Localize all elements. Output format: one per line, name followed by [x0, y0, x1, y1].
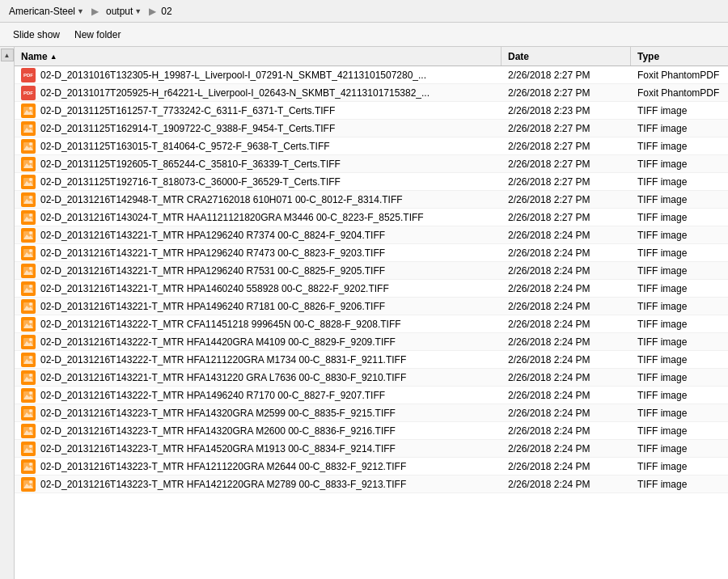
file-date-cell: 2/26/2018 2:24 PM — [502, 479, 631, 490]
file-type-cell: TIFF image — [631, 390, 728, 401]
table-row[interactable]: 02-D_20131216T143223-T_MTR HFA14320GRA M… — [15, 422, 728, 440]
tiff-icon — [21, 299, 36, 314]
titlebar: American-Steel ▼ ▶ output ▼ ▶ 02 — [0, 0, 728, 23]
file-type-cell: TIFF image — [631, 425, 728, 437]
new-folder-button[interactable]: New folder — [68, 27, 127, 42]
file-name-text: 02-D_20131216T143223-T_MTR HFA1211220GRA… — [40, 461, 406, 472]
svg-point-23 — [29, 196, 32, 199]
column-headers: Name ▲ Date Type — [15, 47, 728, 66]
output-dropdown[interactable]: output ▼ — [104, 5, 144, 18]
table-row[interactable]: PDF02-D_20131016T132305-H_19987-L_Liverp… — [15, 66, 728, 84]
svg-point-71 — [29, 409, 32, 412]
table-row[interactable]: 02-D_20131216T143221-T_MTR HPA1296240 R7… — [15, 226, 728, 244]
file-name-text: 02-D_20131216T143222-T_MTR HPA1496240 R7… — [40, 390, 385, 401]
table-row[interactable]: 02-D_20131216T143221-T_MTR HFA1431220 GR… — [15, 369, 728, 387]
file-date-cell: 2/26/2018 2:27 PM — [502, 212, 631, 223]
file-date-cell: 2/26/2018 2:24 PM — [502, 265, 631, 277]
file-type-cell: TIFF image — [631, 479, 728, 490]
project-dropdown[interactable]: American-Steel ▼ — [6, 5, 87, 18]
table-row[interactable]: 02-D_20131216T143221-T_MTR HPA1296240 R7… — [15, 244, 728, 262]
file-name-text: 02-D_20131216T143223-T_MTR HFA1421220GRA… — [40, 479, 406, 490]
file-type-cell: TIFF image — [631, 194, 728, 205]
file-name-text: 02-D_20131125T162914-T_1909722-C_9388-F_… — [40, 123, 335, 134]
file-name-text: 02-D_20131216T143221-T_MTR HFA1431220 GR… — [40, 372, 406, 383]
file-name-text: 02-D_20131017T205925-H_r64221-L_Liverpoo… — [40, 87, 430, 99]
tiff-icon — [21, 388, 36, 403]
table-row[interactable]: 02-D_20131125T192605-T_865244-C_35810-F_… — [15, 155, 728, 173]
col-header-date[interactable]: Date — [502, 47, 631, 66]
svg-point-87 — [29, 480, 32, 484]
file-list-container: Name ▲ Date Type PDF02-D_20131016T132305… — [15, 47, 728, 579]
file-type-cell: TIFF image — [631, 265, 728, 277]
file-name-cell: 02-D_20131216T143221-T_MTR HPA1296240 R7… — [15, 264, 502, 278]
table-row[interactable]: 02-D_20131216T143222-T_MTR HPA1496240 R7… — [15, 387, 728, 404]
tiff-icon — [21, 370, 36, 385]
file-date-cell: 2/26/2018 2:27 PM — [502, 158, 631, 170]
tiff-icon — [21, 104, 36, 118]
file-name-cell: 02-D_20131216T143222-T_MTR HFA1211220GRA… — [15, 353, 502, 367]
file-name-cell: 02-D_20131125T192716-T_818073-C_36000-F_… — [15, 175, 502, 189]
table-row[interactable]: 02-D_20131216T143222-T_MTR HFA1211220GRA… — [15, 351, 728, 369]
table-row[interactable]: 02-D_20131216T143223-T_MTR HFA14520GRA M… — [15, 440, 728, 458]
scroll-up-arrow[interactable]: ▲ — [1, 49, 14, 61]
file-type-cell: TIFF image — [631, 212, 728, 223]
file-type-cell: TIFF image — [631, 105, 728, 116]
table-row[interactable]: 02-D_20131216T143223-T_MTR HFA1211220GRA… — [15, 458, 728, 475]
tiff-icon — [21, 121, 36, 136]
table-row[interactable]: 02-D_20131125T161257-T_7733242-C_6311-F_… — [15, 102, 728, 120]
file-name-cell: 02-D_20131216T143223-T_MTR HFA1211220GRA… — [15, 459, 502, 474]
file-name-text: 02-D_20131016T132305-H_19987-L_Liverpool… — [40, 70, 426, 81]
file-date-cell: 2/26/2018 2:24 PM — [502, 336, 631, 348]
table-row[interactable]: 02-D_20131216T143222-T_MTR HFA14420GRA M… — [15, 333, 728, 351]
col-header-name[interactable]: Name ▲ — [15, 47, 502, 66]
file-name-cell: 02-D_20131216T143222-T_MTR HFA14420GRA M… — [15, 335, 502, 349]
left-scrollbar[interactable]: ▲ — [0, 47, 15, 579]
file-rows[interactable]: PDF02-D_20131016T132305-H_19987-L_Liverp… — [15, 66, 728, 579]
sep1: ▶ — [91, 6, 99, 17]
file-date-cell: 2/26/2018 2:24 PM — [502, 443, 631, 454]
file-date-cell: 2/26/2018 2:27 PM — [502, 123, 631, 134]
col-header-type[interactable]: Type — [631, 47, 728, 66]
file-name-cell: 02-D_20131216T143221-T_MTR HPA1496240 R7… — [15, 299, 502, 314]
file-name-text: 02-D_20131125T163015-T_814064-C_9572-F_9… — [40, 141, 330, 152]
file-date-cell: 2/26/2018 2:27 PM — [502, 141, 631, 152]
tiff-icon — [21, 406, 36, 421]
table-row[interactable]: 02-D_20131125T192716-T_818073-C_36000-F_… — [15, 173, 728, 191]
file-type-cell: TIFF image — [631, 301, 728, 312]
table-row[interactable]: 02-D_20131125T163015-T_814064-C_9572-F_9… — [15, 137, 728, 155]
file-type-cell: TIFF image — [631, 176, 728, 188]
file-type-cell: TIFF image — [631, 372, 728, 383]
file-name-cell: 02-D_20131216T143223-T_MTR HFA14320GRA M… — [15, 406, 502, 421]
table-row[interactable]: 02-D_20131216T143221-T_MTR HPA1296240 R7… — [15, 262, 728, 280]
file-date-cell: 2/26/2018 2:27 PM — [502, 87, 631, 99]
file-date-cell: 2/26/2018 2:24 PM — [502, 390, 631, 401]
file-type-cell: TIFF image — [631, 319, 728, 330]
folder2-label: 02 — [161, 6, 171, 17]
file-date-cell: 2/26/2018 2:24 PM — [502, 461, 631, 472]
svg-point-19 — [29, 178, 32, 181]
table-row[interactable]: 02-D_20131216T143221-T_MTR HPA1460240 55… — [15, 280, 728, 298]
file-name-cell: 02-D_20131216T143223-T_MTR HFA1421220GRA… — [15, 477, 502, 492]
file-name-cell: PDF02-D_20131017T205925-H_r64221-L_Liver… — [15, 86, 502, 100]
file-name-text: 02-D_20131216T143222-T_MTR HFA1211220GRA… — [40, 354, 406, 366]
table-row[interactable]: 02-D_20131216T143221-T_MTR HPA1496240 R7… — [15, 298, 728, 315]
svg-point-83 — [29, 463, 32, 466]
table-row[interactable]: 02-D_20131216T142948-T_MTR CRA27162018 6… — [15, 191, 728, 209]
table-row[interactable]: 02-D_20131216T143223-T_MTR HFA1421220GRA… — [15, 475, 728, 493]
svg-point-75 — [29, 427, 32, 430]
file-name-text: 02-D_20131125T192716-T_818073-C_36000-F_… — [40, 176, 341, 188]
slideshow-button[interactable]: Slide show — [6, 27, 66, 42]
file-type-cell: TIFF image — [631, 354, 728, 366]
tiff-icon — [21, 424, 36, 438]
svg-point-3 — [29, 107, 32, 110]
table-row[interactable]: 02-D_20131125T162914-T_1909722-C_9388-F_… — [15, 120, 728, 137]
file-name-cell: 02-D_20131216T143221-T_MTR HFA1431220 GR… — [15, 370, 502, 385]
table-row[interactable]: PDF02-D_20131017T205925-H_r64221-L_Liver… — [15, 84, 728, 102]
tiff-icon — [21, 264, 36, 278]
file-name-cell: 02-D_20131216T143221-T_MTR HPA1296240 R7… — [15, 246, 502, 260]
table-row[interactable]: 02-D_20131216T143222-T_MTR CFA11451218 9… — [15, 315, 728, 333]
file-type-cell: Foxit PhantomPDF — [631, 70, 728, 81]
table-row[interactable]: 02-D_20131216T143223-T_MTR HFA14320GRA M… — [15, 404, 728, 422]
table-row[interactable]: 02-D_20131216T143024-T_MTR HAA1121121820… — [15, 209, 728, 226]
file-name-text: 02-D_20131216T142948-T_MTR CRA27162018 6… — [40, 194, 403, 205]
